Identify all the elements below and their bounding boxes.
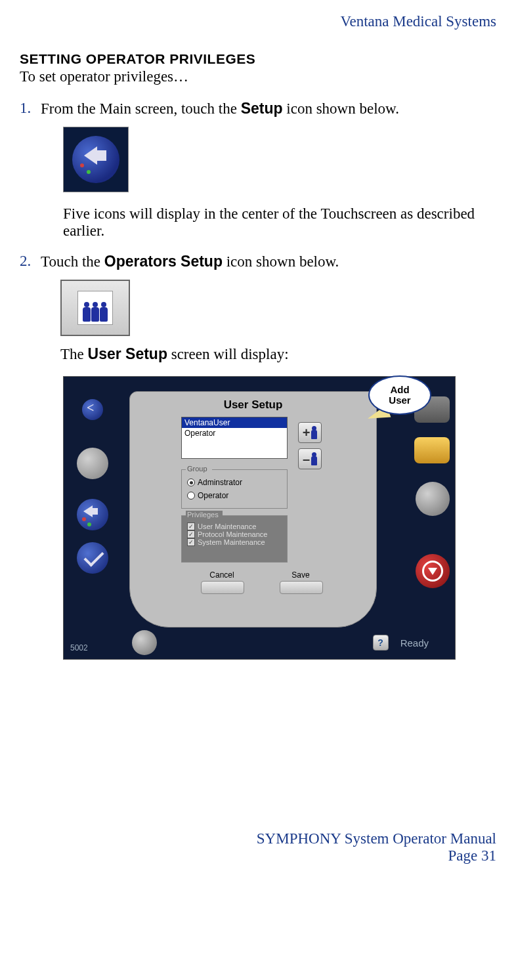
radio-icon: [187, 479, 195, 486]
setup-icon: [63, 127, 129, 192]
add-user-callout: AddUser: [368, 375, 431, 415]
footer-page: Page 31: [20, 847, 496, 864]
step-1-number: 1.: [20, 100, 41, 117]
serial-number: 5002: [70, 643, 88, 652]
person-icon: [311, 452, 317, 465]
group-fieldset: Group Adminstrator Operator: [181, 469, 288, 509]
help-button[interactable]: ?: [373, 635, 389, 650]
nav-icon-small[interactable]: <: [82, 399, 103, 420]
radio-icon: [187, 492, 195, 500]
nav-icon-setup[interactable]: [77, 499, 108, 530]
section-intro: To set operator privileges…: [20, 68, 496, 85]
status-ready: Ready: [400, 637, 429, 649]
group-label: Group: [186, 465, 212, 473]
checkbox-icon: ✓: [187, 538, 195, 546]
person-icon: [311, 426, 317, 439]
checkbox-system-maintenance[interactable]: ✓System Maintenance: [187, 538, 287, 546]
panel-title: User Setup: [130, 398, 376, 412]
remove-user-button[interactable]: –: [298, 448, 322, 469]
radio-operator[interactable]: Operator: [187, 491, 287, 500]
user-list-item-selected[interactable]: VentanaUser: [182, 417, 287, 428]
footer: SYMPHONY System Operator Manual Page 31: [20, 830, 496, 864]
cancel-label: Cancel: [201, 570, 243, 580]
cancel-button[interactable]: [201, 581, 244, 594]
step-2: 2. Touch the Operators Setup icon shown …: [20, 253, 496, 270]
operators-setup-icon: [60, 280, 130, 336]
add-user-button[interactable]: +: [298, 422, 322, 443]
right-circle-grey[interactable]: [416, 482, 450, 516]
privileges-label: Privileges: [186, 511, 223, 519]
user-list[interactable]: VentanaUser Operator: [181, 417, 288, 459]
header-company: Ventana Medical Systems: [20, 13, 496, 30]
user-setup-panel: User Setup VentanaUser Operator + – Grou…: [129, 391, 377, 628]
checkbox-icon: ✓: [187, 522, 195, 530]
footer-manual: SYMPHONY System Operator Manual: [257, 830, 496, 847]
step-2-lead: The User Setup screen will display:: [60, 345, 496, 363]
step-1: 1. From the Main screen, touch the Setup…: [20, 100, 496, 117]
right-tab-2[interactable]: [414, 437, 450, 463]
bottom-bar: ? Ready: [129, 631, 429, 654]
privileges-fieldset: Privileges ✓User Maintenance ✓Protocol M…: [181, 515, 288, 563]
stop-button[interactable]: [416, 554, 450, 588]
nav-icon-confirm[interactable]: [77, 542, 108, 574]
user-list-item[interactable]: Operator: [182, 428, 287, 438]
step-1-text: From the Main screen, touch the Setup ic…: [41, 100, 496, 117]
section-title: SETTING OPERATOR PRIVILEGES: [20, 51, 496, 67]
user-setup-screenshot: AddUser < User Setup V: [63, 376, 456, 660]
step-2-text: Touch the Operators Setup icon shown bel…: [41, 253, 496, 270]
checkbox-user-maintenance[interactable]: ✓User Maintenance: [187, 522, 287, 530]
search-icon[interactable]: [132, 630, 157, 655]
operators-setup-icon-figure: [60, 280, 496, 336]
save-label: Save: [280, 570, 322, 580]
step-2-number: 2.: [20, 253, 41, 270]
step-1-followup: Five icons will display in the center of…: [63, 205, 496, 240]
checkbox-icon: ✓: [187, 530, 195, 538]
nav-icon-grey[interactable]: [77, 448, 108, 479]
radio-administrator[interactable]: Adminstrator: [187, 478, 287, 487]
save-button[interactable]: [280, 581, 323, 594]
setup-icon-figure: [63, 127, 496, 192]
checkbox-protocol-maintenance[interactable]: ✓Protocol Maintenance: [187, 530, 287, 538]
